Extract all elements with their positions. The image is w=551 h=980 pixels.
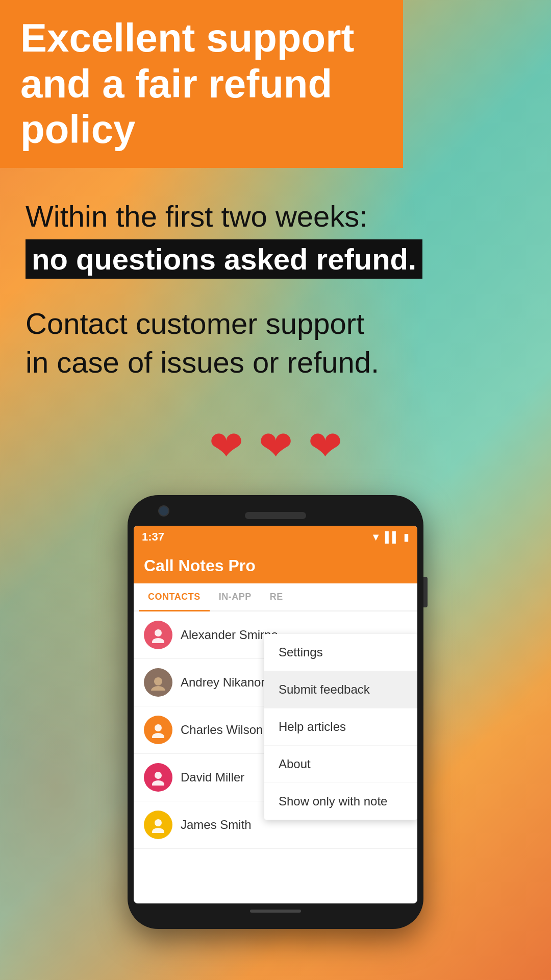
svg-point-6 bbox=[155, 772, 162, 779]
avatar-1 bbox=[144, 621, 172, 649]
header-banner: Excellent support and a fair refund poli… bbox=[0, 0, 403, 168]
header-line1: Excellent support bbox=[20, 15, 354, 60]
svg-point-4 bbox=[155, 724, 162, 731]
phone-top bbox=[134, 505, 417, 526]
contact-name-5: James Smith bbox=[181, 818, 252, 832]
svg-point-2 bbox=[154, 677, 162, 685]
status-bar: 1:37 ▼ ▌▌ ▮ bbox=[134, 526, 417, 548]
status-time: 1:37 bbox=[142, 530, 164, 544]
contact-name-2: Andrey Nikanoro bbox=[181, 675, 272, 690]
svg-point-0 bbox=[155, 629, 162, 636]
hearts-row: ❤ ❤ ❤ bbox=[0, 422, 551, 470]
svg-point-8 bbox=[155, 819, 162, 826]
refund-intro-text: Within the first two weeks: bbox=[26, 199, 525, 234]
menu-item-settings[interactable]: Settings bbox=[264, 634, 417, 671]
menu-item-show-only-with-note[interactable]: Show only with note bbox=[264, 783, 417, 820]
dropdown-menu: Settings Submit feedback Help articles A… bbox=[264, 634, 417, 820]
svg-point-5 bbox=[152, 733, 164, 738]
screen-container: Alexander Smirno Andrey Nikanoro bbox=[134, 611, 417, 849]
heart-3: ❤ bbox=[308, 422, 342, 470]
status-icons: ▼ ▌▌ ▮ bbox=[371, 531, 409, 543]
phone-wrapper: 1:37 ▼ ▌▌ ▮ Call Notes Pro CONTACTS bbox=[0, 495, 551, 960]
wifi-icon: ▼ bbox=[371, 531, 381, 543]
main-text-section: Within the first two weeks: no questions… bbox=[0, 168, 551, 402]
avatar-3 bbox=[144, 716, 172, 744]
phone-device: 1:37 ▼ ▌▌ ▮ Call Notes Pro CONTACTS bbox=[128, 495, 423, 929]
app-title: Call Notes Pro bbox=[144, 556, 256, 575]
svg-point-3 bbox=[151, 686, 165, 691]
svg-point-7 bbox=[152, 780, 164, 786]
phone-speaker bbox=[245, 512, 306, 519]
heart-1: ❤ bbox=[209, 422, 243, 470]
avatar-2 bbox=[144, 668, 172, 697]
phone-screen: 1:37 ▼ ▌▌ ▮ Call Notes Pro CONTACTS bbox=[134, 526, 417, 903]
tab-contacts[interactable]: CONTACTS bbox=[139, 583, 210, 610]
tab-re[interactable]: RE bbox=[261, 583, 292, 610]
tabs-bar: CONTACTS IN-APP RE bbox=[134, 583, 417, 611]
heart-2: ❤ bbox=[259, 422, 293, 470]
refund-highlight-text: no questions asked refund. bbox=[26, 239, 422, 279]
avatar-5 bbox=[144, 811, 172, 839]
menu-item-help[interactable]: Help articles bbox=[264, 708, 417, 746]
tab-inapp[interactable]: IN-APP bbox=[210, 583, 261, 610]
contact-support-text: Contact customer supportin case of issue… bbox=[26, 304, 525, 381]
phone-side-button bbox=[423, 577, 428, 607]
svg-point-9 bbox=[152, 828, 164, 833]
contact-name-3: Charles Wilson bbox=[181, 723, 263, 737]
contact-name-4: David Miller bbox=[181, 770, 244, 785]
app-toolbar: Call Notes Pro bbox=[134, 548, 417, 583]
contact-name-1: Alexander Smirno bbox=[181, 628, 278, 642]
avatar-4 bbox=[144, 763, 172, 792]
battery-icon: ▮ bbox=[404, 531, 409, 543]
menu-item-about[interactable]: About bbox=[264, 746, 417, 783]
svg-point-1 bbox=[152, 638, 164, 643]
signal-icon: ▌▌ bbox=[385, 531, 399, 543]
header-line2: and a fair refund policy bbox=[20, 61, 332, 152]
menu-item-submit-feedback[interactable]: Submit feedback bbox=[264, 671, 417, 708]
header-title: Excellent support and a fair refund poli… bbox=[20, 15, 383, 153]
